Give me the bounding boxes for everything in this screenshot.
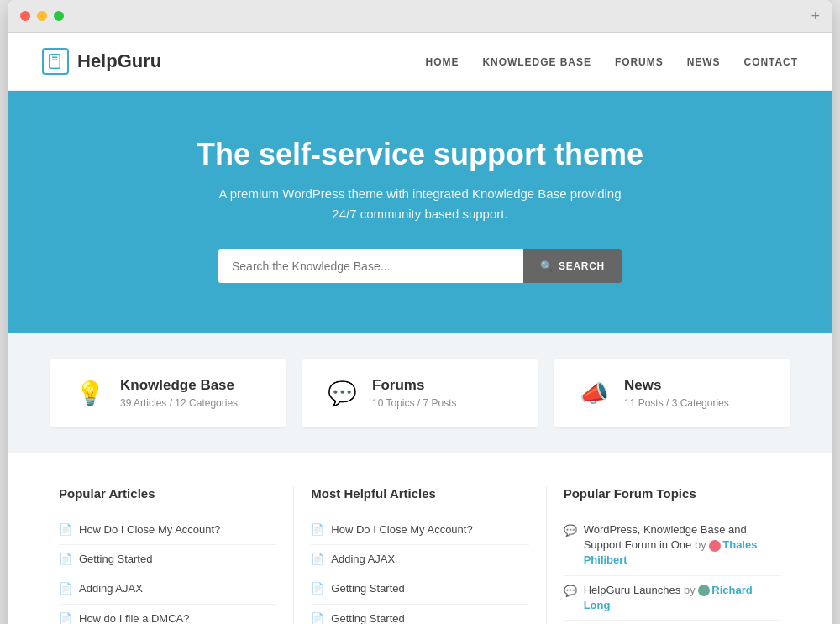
helpful-articles-col: Most Helpful Articles 📄 How Do I Close M… (294, 486, 546, 624)
list-item: 💬 Theme Feedback by Richard Long (564, 621, 781, 624)
article-doc-icon: 📄 (59, 553, 72, 565)
knowledge-base-title: Knowledge Base (120, 377, 238, 394)
helpful-articles-title: Most Helpful Articles (311, 486, 528, 501)
news-title: News (624, 377, 729, 394)
article-link[interactable]: Adding AJAX (331, 552, 395, 567)
articles-section: Popular Articles 📄 How Do I Close My Acc… (8, 453, 832, 624)
dot-yellow[interactable] (37, 11, 47, 21)
list-item: 📄 Getting Started (311, 605, 528, 624)
nav-list: HOME KNOWLEDGE BASE FORUMS NEWS CONTACT (426, 54, 798, 69)
avatar (709, 540, 721, 552)
nav-item-knowledge-base: KNOWLEDGE BASE (482, 54, 591, 69)
news-stats: 11 Posts / 3 Categories (624, 397, 729, 409)
nav-link-knowledge-base[interactable]: KNOWLEDGE BASE (482, 56, 591, 68)
feature-card-news[interactable]: 📣 News 11 Posts / 3 Categories (554, 359, 790, 427)
article-doc-icon: 📄 (311, 582, 324, 595)
list-item: 📄 How Do I Close My Account? (311, 516, 528, 545)
knowledge-base-icon: 💡 (76, 380, 105, 407)
knowledge-base-text: Knowledge Base 39 Articles / 12 Categori… (120, 377, 238, 409)
forums-title: Forums (372, 377, 457, 394)
hero-section: The self-service support theme A premium… (8, 91, 832, 333)
knowledge-base-stats: 39 Articles / 12 Categories (120, 397, 238, 409)
article-doc-icon: 📄 (311, 553, 324, 565)
feature-cards: 💡 Knowledge Base 39 Articles / 12 Catego… (8, 333, 832, 453)
nav-link-contact[interactable]: CONTACT (744, 56, 799, 68)
nav-link-forums[interactable]: FORUMS (615, 56, 664, 68)
list-item: 📄 Getting Started (59, 545, 276, 574)
list-item: 📄 Getting Started (311, 574, 528, 604)
nav-item-home: HOME (426, 54, 459, 69)
popular-articles-title: Popular Articles (59, 486, 276, 501)
dot-green[interactable] (54, 11, 64, 21)
search-bar: 🔍 SEARCH (218, 249, 622, 283)
article-link[interactable]: Getting Started (79, 552, 152, 567)
article-doc-icon: 📄 (59, 523, 72, 536)
list-item: 💬 WordPress, Knowledge Base and Support … (564, 516, 781, 576)
forum-comment-icon: 💬 (564, 585, 577, 597)
search-button-label: SEARCH (559, 260, 605, 272)
logo[interactable]: HelpGuru (42, 48, 161, 75)
forum-comment-icon: 💬 (564, 524, 577, 537)
article-link[interactable]: Adding AJAX (79, 581, 143, 596)
news-icon: 📣 (580, 380, 609, 407)
main-nav: HOME KNOWLEDGE BASE FORUMS NEWS CONTACT (426, 54, 798, 69)
nav-item-forums: FORUMS (615, 54, 664, 69)
hero-subtitle: A premium WordPress theme with integrate… (210, 184, 630, 224)
forums-stats: 10 Topics / 7 Posts (372, 397, 457, 409)
article-link[interactable]: How Do I Close My Account? (331, 522, 472, 537)
site-header: HelpGuru HOME KNOWLEDGE BASE FORUMS NEWS (8, 33, 832, 91)
logo-book-icon (49, 54, 62, 69)
forums-icon: 💬 (328, 380, 357, 407)
feature-card-knowledge-base[interactable]: 💡 Knowledge Base 39 Articles / 12 Catego… (50, 359, 286, 427)
nav-item-contact: CONTACT (744, 54, 799, 69)
forum-topic-text: WordPress, Knowledge Base and Support Fo… (584, 522, 781, 569)
forums-text: Forums 10 Topics / 7 Posts (372, 377, 457, 409)
dot-red[interactable] (20, 11, 30, 21)
logo-text: HelpGuru (77, 50, 161, 72)
article-link[interactable]: Getting Started (331, 581, 404, 596)
list-item: 📄 Adding AJAX (311, 545, 528, 574)
popular-articles-col: Popular Articles 📄 How Do I Close My Acc… (59, 486, 294, 624)
logo-icon (42, 48, 69, 75)
site-content: HelpGuru HOME KNOWLEDGE BASE FORUMS NEWS (8, 33, 832, 624)
forum-topics-col: Popular Forum Topics 💬 WordPress, Knowle… (547, 486, 781, 624)
nav-item-news: NEWS (687, 54, 721, 69)
search-icon: 🔍 (540, 260, 554, 272)
browser-chrome: + (8, 0, 832, 33)
browser-window: + HelpGuru HOME KNOWLEDGE BASE (8, 0, 832, 624)
search-button[interactable]: 🔍 SEARCH (523, 249, 622, 283)
article-doc-icon: 📄 (59, 612, 72, 624)
list-item: 📄 Adding AJAX (59, 574, 276, 604)
new-tab-button[interactable]: + (811, 8, 820, 24)
nav-link-news[interactable]: NEWS (687, 56, 721, 68)
list-item: 📄 How Do I Close My Account? (59, 516, 276, 545)
article-doc-icon: 📄 (311, 612, 324, 624)
article-doc-icon: 📄 (59, 582, 72, 595)
avatar (698, 585, 710, 596)
article-link[interactable]: Getting Started (331, 611, 404, 624)
article-link[interactable]: How Do I Close My Account? (79, 522, 220, 537)
list-item: 💬 HelpGuru Launches by Richard Long (564, 576, 781, 621)
feature-card-forums[interactable]: 💬 Forums 10 Topics / 7 Posts (302, 359, 538, 427)
article-link[interactable]: How do I file a DMCA? (79, 611, 190, 624)
news-text: News 11 Posts / 3 Categories (624, 377, 729, 409)
nav-link-home[interactable]: HOME (426, 56, 459, 68)
article-doc-icon: 📄 (311, 523, 324, 536)
search-input[interactable] (218, 249, 523, 283)
list-item: 📄 How do I file a DMCA? (59, 605, 276, 624)
forum-topic-text: HelpGuru Launches by Richard Long (584, 583, 781, 613)
hero-title: The self-service support theme (42, 137, 798, 172)
forum-topics-title: Popular Forum Topics (564, 486, 781, 501)
